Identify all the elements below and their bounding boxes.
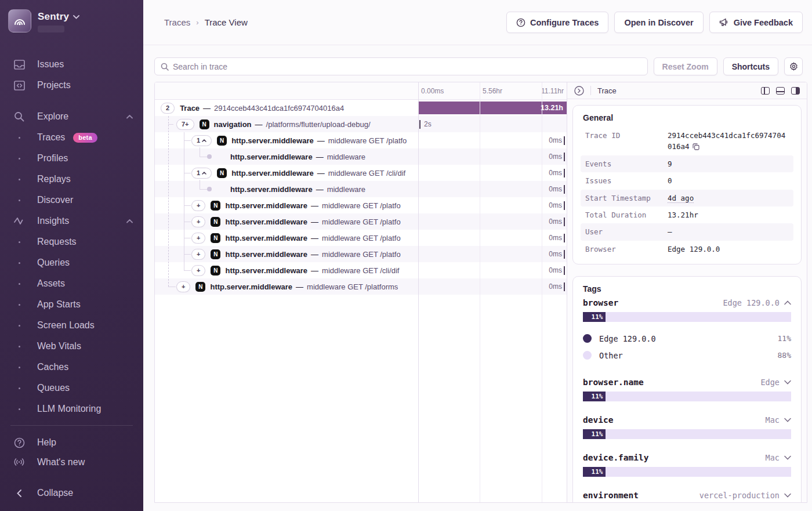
sidebar-group-explore[interactable]: Explore — [0, 106, 143, 127]
sidebar-item-caches[interactable]: Caches — [0, 357, 143, 378]
span-expand-pill[interactable]: 1 — [191, 135, 212, 146]
nextjs-icon: N — [211, 217, 220, 227]
sidebar-collapse-button[interactable]: Collapse — [0, 483, 143, 503]
span-expand-pill[interactable]: + — [191, 216, 205, 227]
tag-key: browser.name — [583, 378, 644, 387]
nextjs-icon: N — [211, 249, 220, 259]
page-header: Traces › Trace View Configure Traces Ope… — [143, 0, 812, 45]
reset-zoom-button[interactable]: Reset Zoom — [654, 57, 717, 75]
span-row-navigation[interactable]: 7+ N navigation — /platforms/flutter/upl… — [155, 116, 567, 132]
tag-header[interactable]: device.family Mac — [583, 453, 791, 462]
nextjs-icon: N — [217, 168, 227, 178]
span-row-middleware[interactable]: + N http.server.middleware — middleware … — [155, 230, 567, 246]
sidebar-item-queues[interactable]: Queues — [0, 378, 143, 398]
sidebar-item-app-starts[interactable]: App Starts — [0, 294, 143, 315]
breadcrumb-traces[interactable]: Traces — [164, 17, 190, 27]
span-count-pill[interactable]: 7+ — [176, 119, 194, 130]
org-switcher[interactable]: Sentry — [0, 9, 143, 46]
span-count-pill[interactable]: 2 — [161, 103, 175, 114]
open-in-discover-button[interactable]: Open in Discover — [614, 12, 703, 33]
span-row-middleware[interactable]: + N http.server.middleware — middleware … — [155, 246, 567, 262]
span-row-middleware[interactable]: + N http.server.middleware — middleware … — [155, 213, 567, 230]
sidebar-item-issues[interactable]: Issues — [0, 54, 143, 75]
trace-search[interactable] — [154, 57, 648, 75]
span-tick — [419, 120, 420, 129]
span-row-middleware[interactable]: 1 N http.server.middleware — middleware … — [155, 132, 567, 148]
general-row-total-duration: Total Duration 13.21hr — [581, 206, 793, 223]
span-description: /platforms/flutter/upload-debug/ — [266, 120, 371, 129]
span-row-middleware[interactable]: + N http.server.middleware — middleware … — [155, 278, 567, 295]
span-expand-pill[interactable]: 1 — [191, 168, 212, 179]
layout-right-icon[interactable] — [791, 87, 800, 95]
trace-duration-bar[interactable]: 13.21h — [419, 102, 567, 114]
sidebar-item-whats-new[interactable]: What's new — [0, 452, 143, 472]
brand-name: Sentry — [38, 11, 69, 23]
sidebar-item-screen-loads[interactable]: Screen Loads — [0, 315, 143, 336]
megaphone-icon — [719, 18, 729, 27]
tag-header[interactable]: browser.name Edge — [583, 378, 791, 387]
org-name-placeholder — [38, 26, 64, 32]
span-row-trace-root[interactable]: 2 Trace — 2914cceb443c41dca1fc6974704016… — [155, 100, 567, 116]
span-row-middleware[interactable]: + N http.server.middleware — middleware … — [155, 262, 567, 278]
span-separator: — — [311, 250, 318, 259]
sidebar-item-requests[interactable]: Requests — [0, 231, 143, 252]
duration-label: 0ms — [549, 250, 562, 258]
tag-header[interactable]: browser Edge 129.0.0 — [583, 298, 791, 307]
nextjs-icon: N — [211, 266, 220, 276]
sentry-logo — [8, 9, 31, 32]
layout-left-icon[interactable] — [761, 87, 770, 95]
span-row-middleware-leaf[interactable]: http.server.middleware — middleware 0ms — [155, 148, 567, 165]
span-op: http.server.middleware — [225, 218, 307, 226]
span-expand-pill[interactable]: + — [176, 281, 190, 292]
span-separator: — — [311, 234, 318, 242]
sidebar-item-traces[interactable]: Traces beta — [0, 127, 143, 148]
sidebar: Sentry Issues Projects Explore — [0, 0, 143, 511]
configure-traces-button[interactable]: Configure Traces — [506, 12, 608, 33]
sidebar-item-label: Collapse — [37, 488, 73, 498]
leaf-dot-icon — [207, 187, 212, 191]
copy-icon[interactable] — [693, 143, 699, 150]
shortcuts-button[interactable]: Shortcuts — [723, 57, 778, 75]
span-tick — [564, 234, 565, 242]
sidebar-item-queries[interactable]: Queries — [0, 252, 143, 273]
sentry-logo-glyph — [13, 14, 27, 28]
span-tick — [564, 153, 565, 161]
tag-header[interactable]: device Mac — [583, 415, 791, 425]
drawer-tab-trace[interactable]: Trace — [597, 86, 617, 95]
layout-bottom-icon[interactable] — [776, 87, 785, 95]
sidebar-item-llm-monitoring[interactable]: LLM Monitoring — [0, 398, 143, 419]
collapse-drawer-button[interactable] — [574, 86, 584, 96]
sidebar-item-web-vitals[interactable]: Web Vitals — [0, 336, 143, 357]
span-row-middleware[interactable]: 1 N http.server.middleware — middleware … — [155, 165, 567, 181]
give-feedback-button[interactable]: Give Feedback — [709, 12, 803, 33]
chevron-down-icon — [73, 15, 79, 19]
breakdown-row: Other 88% — [583, 347, 791, 364]
span-expand-pill[interactable]: + — [191, 249, 205, 260]
sidebar-item-label: Traces — [37, 132, 65, 143]
search-input[interactable] — [173, 62, 641, 71]
bullet-icon — [13, 283, 26, 285]
sidebar-item-help[interactable]: Help — [0, 433, 143, 452]
tags-card: Tags browser Edge 129.0.0 11% Edge 129.0… — [572, 276, 802, 502]
sidebar-group-insights[interactable]: Insights — [0, 211, 143, 231]
sidebar-item-projects[interactable]: Projects — [0, 75, 143, 96]
duration-label: 0ms — [549, 282, 562, 291]
tag-header[interactable]: environment vercel-production — [583, 491, 791, 500]
span-expand-pill[interactable]: + — [191, 200, 205, 211]
span-row-middleware-leaf[interactable]: http.server.middleware — middleware 0ms — [155, 181, 567, 197]
span-expand-pill[interactable]: + — [191, 233, 205, 244]
sidebar-item-profiles[interactable]: Profiles — [0, 148, 143, 169]
sidebar-item-discover[interactable]: Discover — [0, 190, 143, 211]
sidebar-item-replays[interactable]: Replays — [0, 169, 143, 190]
span-row-middleware[interactable]: + N http.server.middleware — middleware … — [155, 197, 567, 213]
sidebar-item-assets[interactable]: Assets — [0, 273, 143, 294]
tag-value: Mac — [766, 453, 780, 462]
tag-percent: 11% — [592, 313, 603, 321]
search-icon — [161, 63, 169, 71]
duration-label: 13.21h — [541, 104, 563, 112]
sidebar-item-label: LLM Monitoring — [37, 404, 101, 414]
tag-section-device-family: device.family Mac 11% — [583, 453, 791, 477]
span-expand-pill[interactable]: + — [191, 265, 205, 276]
trace-settings-button[interactable] — [784, 57, 803, 75]
span-op: http.server.middleware — [210, 282, 292, 291]
